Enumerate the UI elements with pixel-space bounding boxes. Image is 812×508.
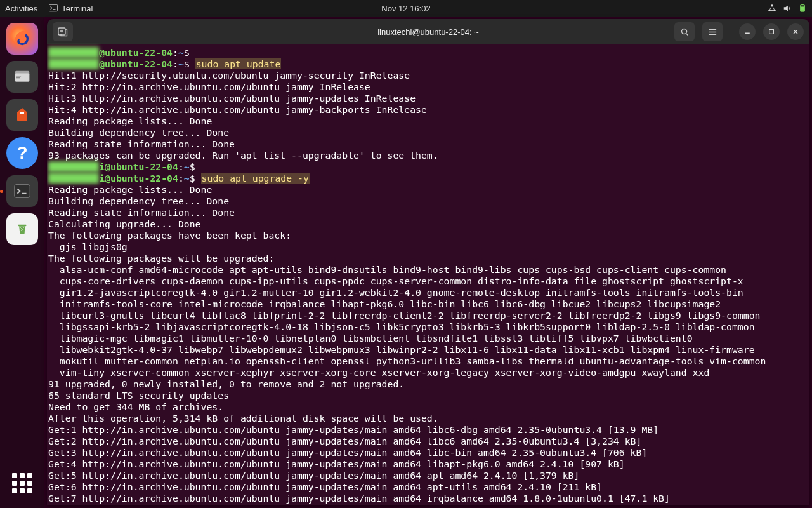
activities-button[interactable]: Activities [5, 4, 37, 13]
network-icon[interactable] [768, 4, 776, 13]
titlebar: linuxtechi@ubuntu-22-04: ~ [47, 19, 809, 44]
search-button[interactable] [674, 22, 695, 41]
svg-rect-0 [49, 4, 58, 11]
app-menu-terminal[interactable]: Terminal [49, 4, 93, 13]
gnome-topbar: Activities Terminal Nov 12 16:02 [0, 0, 812, 17]
svg-rect-6 [801, 6, 804, 11]
svg-rect-11 [16, 77, 20, 78]
dock-software[interactable] [6, 99, 38, 131]
svg-rect-5 [801, 4, 804, 4]
hamburger-menu-button[interactable] [702, 22, 723, 41]
command-apt-upgrade: sudo apt upgrade -y [201, 173, 310, 184]
svg-rect-17 [769, 30, 774, 34]
dock-files[interactable] [6, 61, 38, 93]
clock[interactable]: Nov 12 16:02 [381, 4, 430, 13]
svg-rect-14 [18, 225, 27, 226]
dock-trash[interactable] [6, 213, 38, 245]
command-apt-update: sudo apt update [195, 58, 282, 69]
app-menu-label: Terminal [62, 4, 93, 13]
close-button[interactable] [787, 23, 804, 40]
battery-icon[interactable] [798, 4, 807, 13]
svg-rect-10 [16, 76, 22, 76]
dock-terminal[interactable] [6, 175, 38, 207]
terminal-icon [49, 4, 58, 13]
dock-help[interactable]: ? [6, 137, 38, 169]
window-title: linuxtechi@ubuntu-22-04: ~ [377, 27, 479, 37]
new-tab-button[interactable] [53, 22, 73, 41]
svg-rect-12 [20, 112, 24, 114]
dock-firefox[interactable] [6, 23, 38, 55]
volume-icon[interactable] [783, 4, 792, 13]
terminal-output[interactable]: linuxtech@ubuntu-22-04:~$ linuxtech@ubun… [47, 44, 809, 505]
show-applications[interactable] [6, 467, 38, 499]
terminal-window: linuxtechi@ubuntu-22-04: ~ linuxtech@ubu… [47, 19, 809, 505]
maximize-button[interactable] [763, 23, 780, 40]
svg-rect-13 [15, 185, 30, 198]
minimize-button[interactable] [739, 23, 756, 40]
dock: ? [0, 17, 44, 508]
svg-point-16 [681, 29, 686, 34]
